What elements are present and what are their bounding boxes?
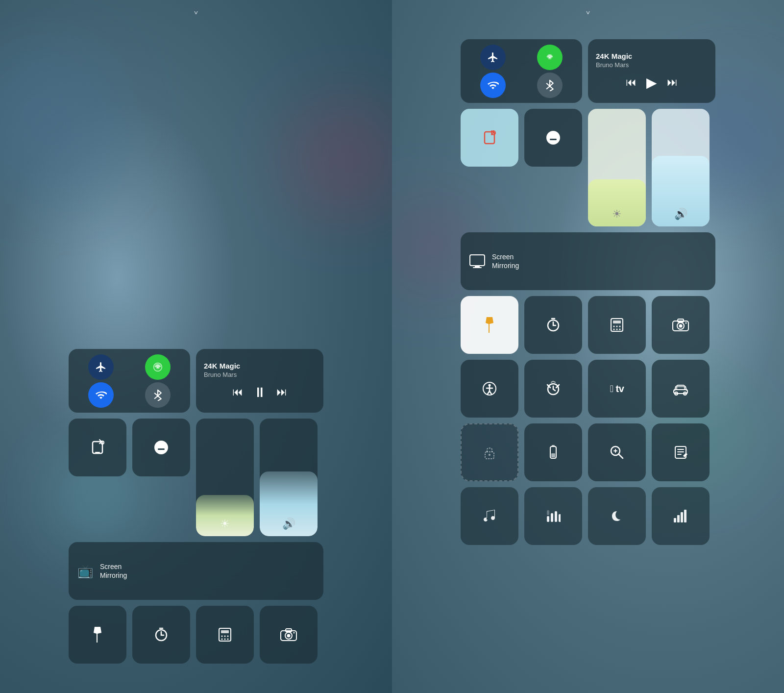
svg-rect-55 <box>555 511 557 522</box>
svg-point-29 <box>616 326 618 327</box>
svg-point-38 <box>686 322 687 324</box>
screen-mirror-label: ScreenMirroring <box>100 562 127 580</box>
svg-point-47 <box>489 454 490 456</box>
right-donotdisturb-btn[interactable] <box>524 109 582 167</box>
right-wifi-btn[interactable] <box>480 73 506 98</box>
left-donotdisturb-btn[interactable] <box>132 419 190 476</box>
right-row-5:  tv <box>461 360 715 418</box>
right-equalizer-btn[interactable] <box>524 487 582 545</box>
left-music-tile[interactable]: 24K Magic Bruno Mars ⏮ ⏸ ⏭ <box>196 349 323 413</box>
right-orientation-btn[interactable] <box>461 109 518 167</box>
svg-rect-49 <box>552 445 555 446</box>
left-row-2: ☀ 🔊 <box>69 419 323 536</box>
svg-point-28 <box>613 326 615 327</box>
right-bars-btn[interactable] <box>652 487 710 545</box>
cellular-btn[interactable] <box>145 354 171 380</box>
left-row-3: 📺 ScreenMirroring <box>69 542 323 600</box>
svg-rect-54 <box>551 513 553 522</box>
right-car-btn[interactable] <box>652 360 710 418</box>
left-phone-panel: ˅ 24K Magic Bruno M <box>0 0 392 693</box>
right-camera-btn[interactable] <box>652 296 710 354</box>
right-volume-slider[interactable]: 🔊 <box>652 109 710 226</box>
right-row-3: ScreenMirroring <box>461 232 715 290</box>
bluetooth-btn[interactable] <box>145 382 171 408</box>
right-row-1: 24K Magic Bruno Mars ⏮ ▶ ⏭ <box>461 39 715 103</box>
right-music-artist: Bruno Mars <box>596 61 629 69</box>
left-brightness-slider[interactable]: ☀ <box>196 419 254 536</box>
svg-point-11 <box>221 639 223 640</box>
svg-rect-50 <box>551 453 555 457</box>
right-magnify-btn[interactable] <box>588 423 646 481</box>
right-music-tile[interactable]: 24K Magic Bruno Mars ⏮ ▶ ⏭ <box>588 39 715 103</box>
right-brightness-slider[interactable]: ☀ <box>588 109 646 226</box>
wifi-btn[interactable] <box>88 382 114 408</box>
left-timer-btn[interactable] <box>132 606 190 664</box>
left-calculator-btn[interactable] <box>196 606 254 664</box>
next-btn[interactable]: ⏭ <box>276 386 287 398</box>
svg-point-13 <box>227 639 229 640</box>
svg-point-21 <box>549 56 551 58</box>
left-screen-mirror-btn[interactable]: 📺 ScreenMirroring <box>69 542 323 600</box>
right-row-6 <box>461 423 715 481</box>
airplane-mode-btn[interactable] <box>88 354 114 380</box>
svg-rect-59 <box>677 515 680 522</box>
right-airplane-btn[interactable] <box>480 45 506 70</box>
svg-point-16 <box>287 634 291 638</box>
left-camera-btn[interactable] <box>260 606 318 664</box>
right-screen-mirror-btn[interactable]: ScreenMirroring <box>461 232 715 290</box>
music-title: 24K Magic <box>204 362 240 370</box>
music-artist: Bruno Mars <box>204 371 237 378</box>
svg-point-8 <box>221 636 223 637</box>
right-row-2: ☀ 🔊 <box>461 109 715 226</box>
brightness-icon: ☀ <box>220 518 230 530</box>
volume-icon: 🔊 <box>282 518 295 530</box>
left-orientation-btn[interactable] <box>69 419 126 476</box>
right-row-7 <box>461 487 715 545</box>
pause-btn[interactable]: ⏸ <box>253 384 267 400</box>
right-brightness-icon: ☀ <box>612 208 622 221</box>
right-notes-btn[interactable] <box>652 423 710 481</box>
music-controls: ⏮ ⏸ ⏭ <box>204 384 316 400</box>
svg-point-10 <box>227 636 229 637</box>
right-timer-btn[interactable] <box>524 296 582 354</box>
right-battery-btn[interactable] <box>524 423 582 481</box>
svg-point-2 <box>157 366 159 368</box>
left-volume-slider[interactable]: 🔊 <box>260 419 318 536</box>
right-bluetooth-btn[interactable] <box>537 73 563 98</box>
right-moon2-btn[interactable] <box>588 487 646 545</box>
right-flashlight-btn[interactable] <box>461 296 518 354</box>
svg-rect-61 <box>684 510 686 522</box>
left-connectivity-tile[interactable] <box>69 349 190 413</box>
right-alarm-btn[interactable] <box>524 360 582 418</box>
right-calculator-btn[interactable] <box>588 296 646 354</box>
svg-point-12 <box>224 639 226 640</box>
right-appletv-btn[interactable]:  tv <box>588 360 646 418</box>
right-screen-mirror-label: ScreenMirroring <box>492 252 519 270</box>
left-row-4 <box>69 606 323 664</box>
right-cellular-btn[interactable] <box>537 45 563 70</box>
right-connectivity-tile[interactable] <box>461 39 582 103</box>
svg-rect-60 <box>681 512 683 522</box>
right-next-btn[interactable]: ⏭ <box>667 76 678 89</box>
right-music-note-btn[interactable] <box>461 487 518 545</box>
right-prev-btn[interactable]: ⏮ <box>626 76 637 89</box>
right-lock-dashed-btn[interactable] <box>461 423 518 481</box>
svg-rect-7 <box>221 630 229 633</box>
right-chevron: ˅ <box>585 10 591 24</box>
prev-btn[interactable]: ⏮ <box>232 386 243 398</box>
right-music-title: 24K Magic <box>596 52 632 60</box>
svg-rect-27 <box>613 321 621 323</box>
svg-point-18 <box>294 632 295 634</box>
svg-point-32 <box>616 329 618 330</box>
right-control-center: 24K Magic Bruno Mars ⏮ ▶ ⏭ <box>461 39 715 545</box>
right-accessibility-btn[interactable] <box>461 360 518 418</box>
svg-rect-42 <box>674 390 687 394</box>
left-chevron: ˅ <box>193 10 199 24</box>
svg-point-9 <box>224 636 226 637</box>
left-flashlight-btn[interactable] <box>69 606 126 664</box>
right-play-btn[interactable]: ▶ <box>646 74 657 91</box>
left-control-center: 24K Magic Bruno Mars ⏮ ⏸ ⏭ <box>69 349 323 664</box>
svg-rect-58 <box>674 518 676 522</box>
left-row-1: 24K Magic Bruno Mars ⏮ ⏸ ⏭ <box>69 349 323 413</box>
svg-rect-56 <box>559 514 561 522</box>
